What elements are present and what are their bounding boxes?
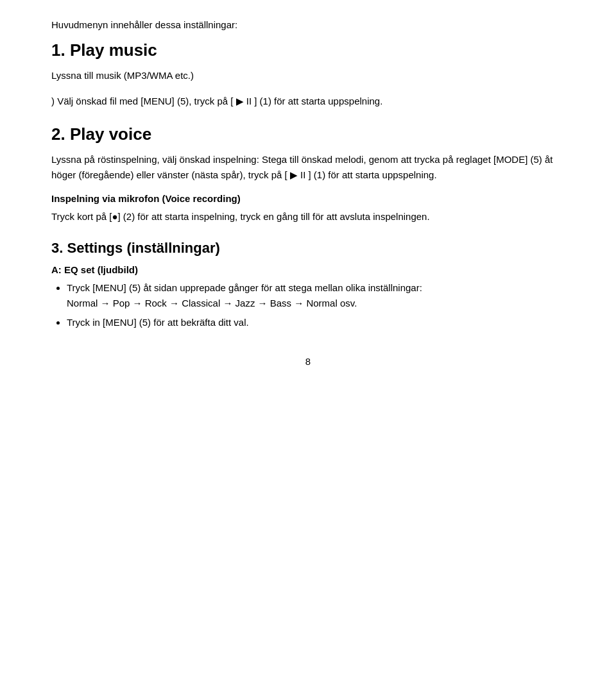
section2-para2: Tryck kort på [●] (2) för att starta ins…: [51, 209, 565, 224]
section1-title: 1. Play music: [51, 40, 565, 60]
page-number: 8: [51, 356, 565, 367]
section2-title-text: Play voice: [70, 124, 151, 144]
bullet-item-2: Tryck in [MENU] (5) för att bekräfta dit…: [67, 315, 565, 330]
section1-number: 1.: [51, 40, 65, 60]
section3-number: 3.: [51, 240, 63, 256]
section3-title-text: Settings (inställningar): [67, 240, 219, 256]
section1-block: 1. Play music Lyssna till musik (MP3/WMA…: [51, 40, 565, 109]
section3-title: 3. Settings (inställningar): [51, 240, 565, 257]
intro-heading: Huvudmenyn innehåller dessa inställninga…: [51, 19, 565, 30]
bullet1-sub-text: Normal → Pop → Rock → Classical → Jazz →…: [67, 298, 357, 308]
section1-para2: ) Välj önskad fil med [MENU] (5), tryck …: [51, 94, 565, 109]
section3-subsection-a-title: A: EQ set (ljudbild): [51, 264, 565, 275]
section2-subheading: Inspelning via mikrofon (Voice recording…: [51, 193, 565, 204]
section2-block: 2. Play voice Lyssna på röstinspelning, …: [51, 124, 565, 224]
bullet-item-1: Tryck [MENU] (5) åt sidan upprepade gång…: [67, 280, 565, 311]
section1-para1: Lyssna till musik (MP3/WMA etc.): [51, 68, 565, 83]
section3-block: 3. Settings (inställningar) A: EQ set (l…: [51, 240, 565, 330]
section2-number: 2.: [51, 124, 65, 144]
section2-title: 2. Play voice: [51, 124, 565, 144]
bullet1-text: Tryck [MENU] (5) åt sidan upprepade gång…: [67, 282, 422, 293]
section3-bullet-list: Tryck [MENU] (5) åt sidan upprepade gång…: [67, 280, 565, 330]
section1-title-text: Play music: [70, 40, 157, 60]
section2-para1: Lyssna på röstinspelning, välj önskad in…: [51, 152, 565, 183]
